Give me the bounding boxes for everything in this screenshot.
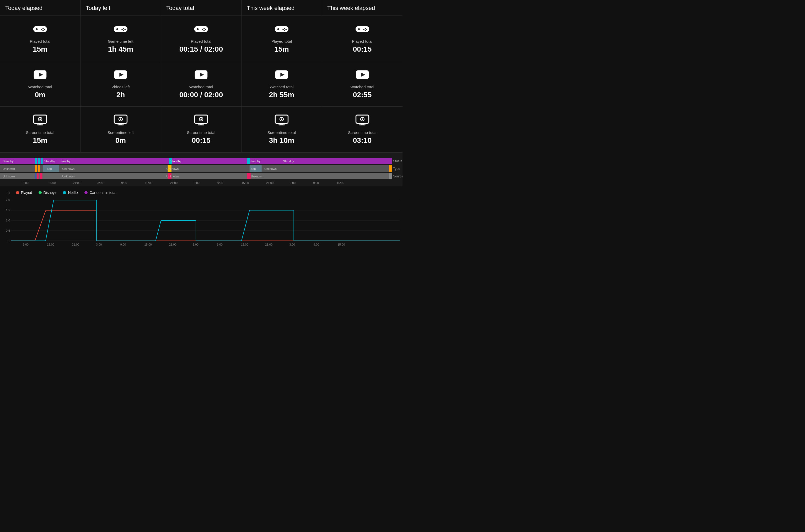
svg-text:Status: Status	[393, 159, 402, 163]
svg-rect-59	[198, 125, 205, 126]
timeline-section: Status Type Unknown app Unknown Unknown …	[0, 152, 402, 186]
svg-rect-63	[280, 123, 283, 124]
stat-screentime-today-elapsed: Screentime total 15m	[0, 107, 80, 152]
stats-grid: Played total 15m Game time left 1h 45m	[0, 16, 402, 152]
header-row: Today elapsed Today left Today total Thi…	[0, 0, 402, 16]
svg-point-31	[364, 28, 366, 30]
svg-text:Unknown: Unknown	[264, 167, 277, 170]
svg-text:2.0: 2.0	[6, 198, 10, 202]
stat-value: 00:00 / 02:00	[179, 91, 223, 99]
stat-label: Screentime total	[187, 130, 215, 135]
stat-watched-week-elapsed: Watched total 2h 55m	[242, 61, 322, 107]
svg-rect-16	[197, 28, 198, 30]
svg-text:9:00: 9:00	[313, 182, 319, 185]
svg-text:Standby: Standby	[250, 159, 261, 163]
svg-point-11	[124, 29, 126, 31]
svg-text:Type: Type	[393, 167, 400, 171]
svg-text:Standby: Standby	[170, 159, 182, 163]
svg-rect-81	[38, 165, 40, 172]
svg-rect-101	[35, 173, 36, 179]
stat-label: Screentime total	[26, 130, 54, 135]
svg-rect-103	[40, 173, 42, 179]
stat-label: Watched total	[269, 84, 294, 89]
svg-text:Standby: Standby	[3, 159, 14, 163]
stat-label: Watched total	[350, 84, 374, 89]
svg-text:3:00: 3:00	[194, 182, 200, 185]
stat-screentime-today-total: Screentime total 00:15	[161, 107, 242, 152]
stat-value: 2h 55m	[269, 91, 295, 99]
stat-label: Played total	[191, 39, 211, 43]
svg-text:app: app	[47, 167, 52, 170]
svg-text:15:00: 15:00	[241, 243, 248, 246]
svg-text:Unknown: Unknown	[62, 167, 74, 170]
svg-point-57	[200, 118, 202, 120]
monitor-eye-icon	[354, 114, 371, 127]
svg-rect-28	[355, 26, 369, 32]
svg-rect-2	[36, 28, 37, 30]
svg-text:21:00: 21:00	[170, 182, 177, 185]
svg-rect-30	[358, 28, 359, 30]
stat-screentime-week-elapsed2: Screentime total 03:10	[322, 107, 402, 152]
stat-screentime-week-elapsed: Screentime total 3h 10m	[242, 107, 322, 152]
svg-text:21:00: 21:00	[72, 243, 79, 246]
header-today-left: Today left	[80, 0, 161, 15]
svg-point-20	[204, 30, 205, 31]
svg-text:Standby: Standby	[283, 159, 294, 163]
svg-rect-69	[359, 125, 366, 126]
stat-value: 0m	[35, 91, 45, 99]
svg-rect-53	[119, 123, 122, 124]
stat-watched-week-elapsed2: Watched total 02:55	[322, 61, 402, 107]
svg-text:21:00: 21:00	[265, 243, 273, 246]
legend-netflix: Netflix	[63, 191, 78, 195]
svg-point-67	[361, 118, 363, 120]
stat-value: 2h	[116, 91, 125, 99]
gamepad-icon	[32, 23, 49, 35]
monitor-eye-icon	[273, 114, 290, 127]
svg-text:21:00: 21:00	[169, 243, 176, 246]
svg-rect-72	[38, 158, 40, 164]
svg-point-27	[284, 30, 285, 31]
legend-dot-netflix	[63, 191, 66, 194]
svg-rect-49	[37, 125, 43, 126]
svg-rect-54	[117, 125, 124, 126]
stat-watched-today-elapsed: Watched total 0m	[0, 61, 80, 107]
svg-rect-83	[59, 165, 166, 172]
svg-text:9:00: 9:00	[217, 243, 223, 246]
stat-screentime-today-left: Screentime left 0m	[80, 107, 161, 152]
svg-point-26	[282, 29, 284, 31]
stat-label: Videos left	[111, 84, 130, 89]
svg-rect-73	[41, 158, 43, 164]
stat-played-week-elapsed2: Played total 00:15	[322, 16, 402, 61]
svg-text:15:00: 15:00	[47, 243, 54, 246]
svg-text:0.5: 0.5	[6, 229, 10, 232]
svg-text:Source: Source	[393, 174, 402, 178]
svg-point-18	[205, 29, 206, 31]
svg-rect-105	[247, 173, 250, 179]
monitor-eye-icon	[32, 114, 49, 127]
svg-point-5	[41, 29, 42, 31]
svg-point-3	[42, 28, 44, 30]
gamepad-icon	[273, 23, 290, 35]
svg-point-62	[281, 118, 282, 120]
svg-rect-64	[279, 125, 285, 126]
svg-rect-21	[275, 26, 288, 32]
svg-text:9:00: 9:00	[23, 243, 29, 246]
header-today-elapsed: Today elapsed	[0, 0, 80, 15]
stat-value: 1h 45m	[108, 45, 133, 54]
svg-text:app: app	[251, 167, 256, 170]
stat-gametime-today-left: Game time left 1h 45m	[80, 16, 161, 61]
stat-label: Screentime total	[348, 130, 376, 135]
svg-text:Unknown: Unknown	[3, 175, 15, 178]
stat-value: 15m	[33, 136, 48, 145]
svg-text:9:00: 9:00	[218, 182, 223, 185]
svg-rect-100	[0, 173, 392, 179]
legend-dot-played	[16, 191, 19, 194]
svg-rect-23	[278, 28, 279, 30]
stat-label: Played total	[30, 39, 50, 43]
svg-rect-102	[37, 173, 39, 179]
stat-label: Watched total	[189, 84, 213, 89]
svg-point-47	[39, 118, 41, 120]
svg-point-17	[204, 28, 205, 30]
video-icon	[354, 69, 371, 81]
stat-value: 00:15	[353, 45, 372, 54]
